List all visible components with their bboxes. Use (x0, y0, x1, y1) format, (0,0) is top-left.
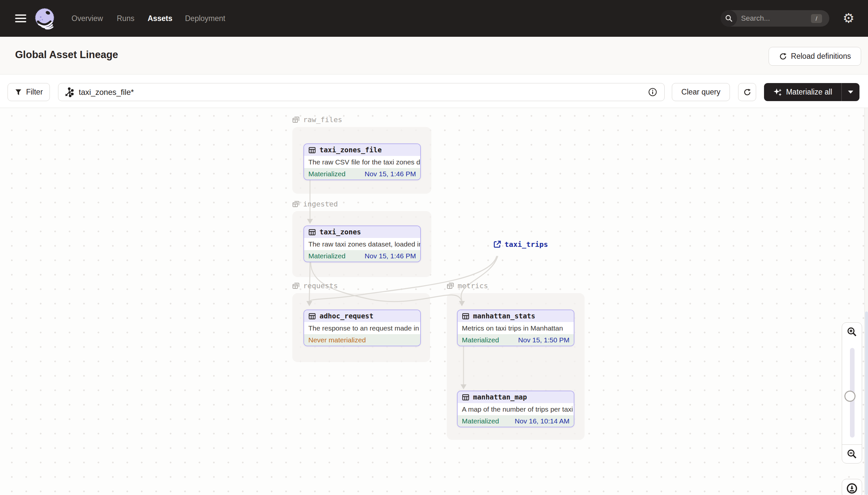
lineage-canvas[interactable]: raw_files ingested requests metrics taxi… (0, 108, 868, 495)
page-header: Global Asset Lineage Reload definitions (0, 37, 868, 74)
global-search[interactable]: / (721, 10, 829, 27)
group-tables-icon (291, 200, 300, 208)
lineage-edges (0, 108, 868, 495)
materialization-timestamp[interactable]: Nov 15, 1:50 PM (518, 336, 569, 344)
zoom-slider (842, 341, 862, 445)
group-label-metrics[interactable]: metrics (446, 281, 488, 290)
asset-description: The raw taxi zones dataset, loaded int..… (304, 238, 420, 250)
nav-item-assets[interactable]: Assets (148, 0, 172, 37)
asset-node-adhoc-request[interactable]: adhoc_request The response to an request… (303, 309, 421, 346)
zoom-slider-thumb[interactable] (844, 391, 855, 402)
lineage-toolbar: Filter Clear query Mate (0, 74, 868, 108)
settings-gear-icon[interactable]: ⚙ (843, 11, 854, 25)
search-shortcut-badge: / (811, 14, 822, 23)
filter-button[interactable]: Filter (7, 83, 50, 101)
asset-title: manhattan_stats (473, 312, 535, 320)
group-label-requests[interactable]: requests (291, 281, 338, 290)
status-badge: Never materialized (308, 336, 366, 344)
asset-title: adhoc_request (320, 312, 373, 320)
external-asset-taxi-trips[interactable]: taxi_trips (493, 240, 548, 249)
asset-description: A map of the number of trips per taxi z.… (458, 403, 574, 415)
group-tables-icon (291, 281, 300, 290)
asset-graph-icon (64, 87, 74, 97)
refresh-icon (743, 88, 751, 97)
table-icon (308, 147, 316, 154)
info-icon[interactable] (648, 88, 657, 97)
dagster-logo-icon[interactable] (34, 8, 56, 30)
asset-title: manhattan_map (473, 393, 527, 401)
table-icon (308, 312, 316, 320)
chevron-down-icon (848, 90, 853, 93)
scrollbar-thumb[interactable] (865, 311, 868, 495)
group-tables-icon (291, 115, 300, 124)
asset-description: Metrics on taxi trips in Manhattan (458, 322, 574, 334)
asset-node-taxi-zones-file[interactable]: taxi_zones_file The raw CSV file for the… (303, 143, 421, 180)
asset-node-manhattan-map[interactable]: manhattan_map A map of the number of tri… (457, 391, 574, 427)
sparkle-icon (773, 88, 782, 97)
asset-node-taxi-zones[interactable]: taxi_zones The raw taxi zones dataset, l… (303, 225, 421, 262)
group-label-raw-files[interactable]: raw_files (291, 115, 342, 124)
zoom-out-icon (846, 448, 857, 460)
asset-selection-input[interactable] (58, 83, 665, 101)
status-badge: Materialized (308, 252, 346, 260)
zoom-in-icon (846, 326, 857, 338)
asset-title: taxi_zones (320, 228, 361, 236)
download-icon (846, 482, 858, 494)
asset-description: The raw CSV file for the taxi zones dat.… (304, 156, 420, 168)
menu-icon[interactable] (15, 14, 26, 23)
group-tables-icon (446, 281, 455, 290)
materialization-timestamp[interactable]: Nov 16, 10:14 AM (515, 417, 569, 425)
page-title: Global Asset Lineage (15, 49, 118, 61)
group-label-ingested[interactable]: ingested (291, 200, 338, 208)
top-nav: Overview Runs Assets Deployment / ⚙ (0, 0, 868, 37)
asset-node-manhattan-stats[interactable]: manhattan_stats Metrics on taxi trips in… (457, 309, 574, 346)
asset-selection-value[interactable] (79, 88, 648, 97)
refresh-icon (779, 52, 787, 61)
nav-item-deployment[interactable]: Deployment (185, 0, 225, 37)
vertical-scrollbar[interactable] (864, 108, 868, 495)
materialize-dropdown-toggle[interactable] (842, 83, 860, 101)
zoom-out-button[interactable] (842, 444, 862, 463)
search-input[interactable] (741, 14, 803, 23)
search-icon (721, 10, 737, 27)
asset-description: The response to an request made in th... (304, 322, 420, 334)
materialization-timestamp[interactable]: Nov 15, 1:46 PM (365, 170, 416, 178)
asset-title: taxi_zones_file (320, 146, 382, 154)
zoom-in-button[interactable] (842, 322, 862, 341)
table-icon (462, 394, 470, 401)
table-icon (308, 228, 316, 236)
materialize-all-button[interactable]: Materialize all (764, 83, 860, 101)
status-badge: Materialized (462, 336, 499, 344)
clear-query-button[interactable]: Clear query (672, 83, 730, 101)
external-link-icon (493, 240, 501, 249)
refresh-graph-button[interactable] (738, 83, 756, 101)
nav-item-runs[interactable]: Runs (117, 0, 135, 37)
table-icon (462, 312, 470, 320)
reload-definitions-button[interactable]: Reload definitions (768, 47, 861, 66)
status-badge: Materialized (462, 417, 499, 425)
status-badge: Materialized (308, 170, 346, 178)
nav-item-overview[interactable]: Overview (72, 0, 103, 37)
filter-funnel-icon (14, 88, 22, 96)
materialization-timestamp[interactable]: Nov 15, 1:46 PM (365, 252, 416, 260)
download-graph-button[interactable] (842, 479, 862, 495)
